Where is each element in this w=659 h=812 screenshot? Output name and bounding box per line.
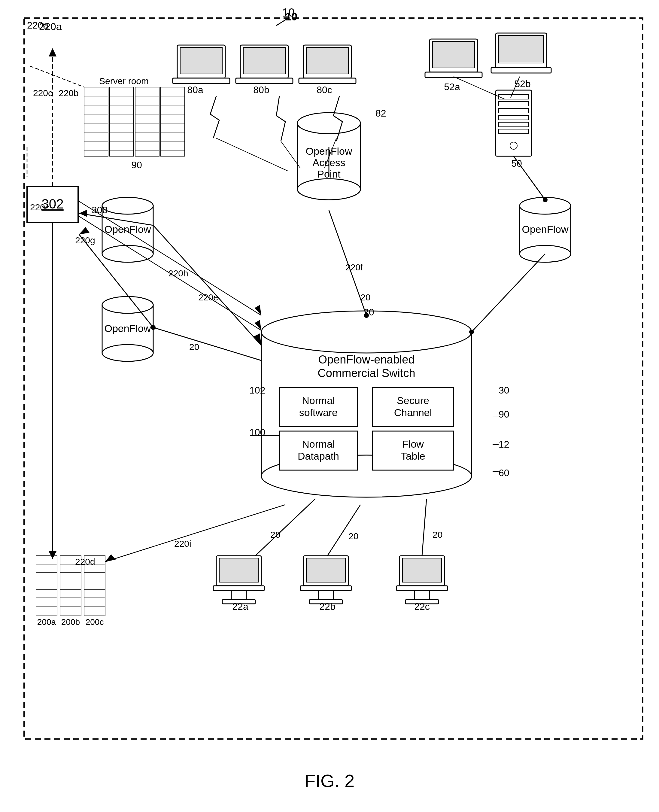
- svg-rect-15: [299, 78, 356, 84]
- svg-rect-123: [318, 591, 333, 600]
- svg-point-69: [297, 113, 360, 134]
- svg-text:FIG. 2: FIG. 2: [304, 771, 355, 791]
- svg-rect-10: [243, 47, 285, 74]
- svg-rect-6: [180, 47, 222, 74]
- svg-text:Datapath: Datapath: [298, 450, 339, 462]
- svg-text:Channel: Channel: [394, 407, 432, 418]
- svg-text:220c: 220c: [30, 202, 50, 212]
- svg-rect-14: [306, 47, 348, 74]
- svg-text:60: 60: [498, 467, 509, 478]
- svg-rect-129: [415, 591, 429, 600]
- svg-text:200a: 200a: [37, 617, 56, 627]
- svg-rect-22: [498, 35, 544, 63]
- svg-rect-23: [491, 68, 551, 73]
- svg-text:80c: 80c: [317, 84, 332, 95]
- svg-point-77: [102, 246, 153, 262]
- svg-rect-132: [36, 556, 57, 616]
- svg-text:90: 90: [498, 409, 509, 420]
- svg-text:20: 20: [270, 530, 280, 539]
- svg-rect-115: [219, 558, 258, 582]
- svg-text:10: 10: [285, 11, 297, 23]
- svg-text:220d: 220d: [75, 557, 95, 566]
- svg-text:20: 20: [432, 530, 443, 539]
- svg-text:52b: 52b: [514, 79, 530, 89]
- svg-text:Flow: Flow: [402, 438, 424, 450]
- svg-text:22a: 22a: [232, 601, 248, 612]
- svg-text:220f: 220f: [345, 262, 363, 272]
- diagram-svg: 10 220a 80a 80b 80c: [0, 0, 659, 812]
- svg-point-163: [543, 197, 547, 202]
- svg-rect-122: [300, 586, 352, 591]
- svg-rect-43: [110, 87, 134, 156]
- svg-text:82: 82: [375, 108, 386, 119]
- svg-text:software: software: [299, 407, 338, 418]
- svg-text:52a: 52a: [444, 81, 460, 92]
- svg-text:Secure: Secure: [397, 395, 429, 406]
- svg-text:20: 20: [348, 531, 358, 541]
- svg-rect-116: [213, 586, 264, 591]
- svg-point-169: [469, 330, 474, 334]
- svg-text:22c: 22c: [414, 601, 430, 612]
- svg-text:90: 90: [131, 159, 142, 170]
- svg-point-184: [151, 325, 156, 330]
- svg-text:220a: 220a: [27, 20, 48, 31]
- svg-text:OpenFlow-enabled: OpenFlow-enabled: [318, 353, 415, 366]
- svg-text:100: 100: [249, 427, 265, 438]
- svg-text:OpenFlow: OpenFlow: [104, 323, 151, 334]
- svg-rect-7: [173, 78, 230, 84]
- svg-rect-11: [236, 78, 293, 84]
- svg-point-165: [364, 313, 369, 318]
- svg-text:Table: Table: [401, 450, 425, 462]
- svg-point-70: [297, 179, 360, 200]
- svg-rect-25: [496, 90, 532, 156]
- svg-text:20: 20: [189, 342, 199, 352]
- svg-rect-128: [396, 586, 448, 591]
- svg-text:20: 20: [360, 292, 370, 302]
- svg-text:12: 12: [498, 439, 509, 450]
- svg-rect-127: [402, 558, 441, 582]
- svg-rect-117: [231, 591, 246, 600]
- svg-text:200b: 200b: [61, 617, 80, 627]
- svg-text:Normal: Normal: [302, 438, 335, 450]
- svg-text:OpenFlow: OpenFlow: [104, 224, 151, 235]
- svg-text:80a: 80a: [187, 84, 203, 95]
- svg-text:220h: 220h: [168, 268, 188, 278]
- svg-text:200c: 200c: [86, 617, 104, 627]
- svg-text:22b: 22b: [319, 601, 335, 612]
- svg-point-85: [102, 296, 153, 313]
- svg-text:102: 102: [249, 385, 265, 396]
- svg-rect-35: [84, 87, 108, 156]
- svg-text:220b: 220b: [58, 88, 79, 98]
- svg-text:Commercial Switch: Commercial Switch: [317, 367, 415, 379]
- diagram: 10 220a 80a 80b 80c: [0, 0, 659, 812]
- svg-rect-121: [306, 558, 345, 582]
- svg-text:80b: 80b: [253, 84, 269, 95]
- svg-point-76: [102, 197, 153, 214]
- svg-text:220g: 220g: [75, 235, 95, 245]
- svg-rect-51: [135, 87, 159, 156]
- svg-rect-18: [432, 41, 475, 68]
- svg-text:Normal: Normal: [302, 395, 335, 406]
- svg-text:OpenFlow: OpenFlow: [522, 224, 569, 235]
- svg-text:30: 30: [498, 385, 509, 396]
- svg-text:220c: 220c: [33, 88, 52, 98]
- svg-text:220i: 220i: [174, 539, 191, 549]
- svg-text:Server room: Server room: [99, 76, 149, 86]
- svg-point-86: [102, 345, 153, 361]
- svg-rect-59: [161, 87, 185, 156]
